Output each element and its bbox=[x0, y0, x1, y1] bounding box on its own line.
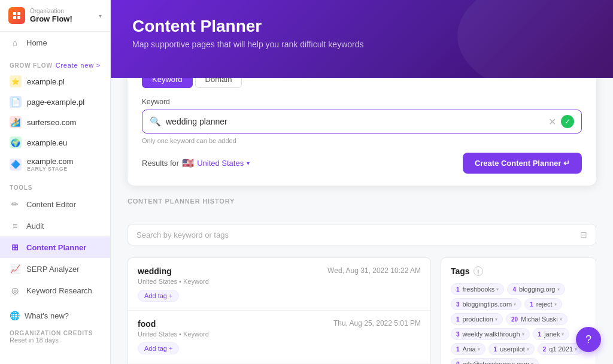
pencil-icon: ✏ bbox=[10, 199, 20, 210]
keyword-label: Keyword bbox=[142, 98, 582, 106]
grow-flow-label: GROW FLOW bbox=[10, 62, 53, 69]
tag-item-7[interactable]: 1janek▾ bbox=[533, 328, 570, 340]
flow-item-3[interactable]: 🌍 example.eu bbox=[0, 132, 110, 153]
history-section: CONTENT PLANNER HISTORY bbox=[111, 198, 613, 224]
history-list: wedding Wed, Aug 31, 2022 10:22 AM Unite… bbox=[128, 257, 431, 364]
org-icon bbox=[8, 7, 25, 24]
tag-chevron-5: ▾ bbox=[560, 317, 562, 322]
help-button[interactable]: ? bbox=[576, 327, 601, 352]
tag-item-4[interactable]: 1production▾ bbox=[451, 313, 503, 325]
home-icon: ⌂ bbox=[10, 37, 20, 48]
tag-chevron-1: ▾ bbox=[557, 287, 560, 292]
audit-icon: ≡ bbox=[10, 220, 20, 231]
tag-label-7: janek bbox=[544, 330, 560, 338]
tag-item-5[interactable]: 20Michał Suski▾ bbox=[506, 313, 568, 325]
svg-rect-0 bbox=[13, 12, 16, 15]
tag-count-7: 1 bbox=[538, 331, 542, 338]
create-new-link[interactable]: Create new > bbox=[56, 62, 101, 69]
tag-item-1[interactable]: 4blogging.org▾ bbox=[507, 283, 565, 295]
tab-keyword[interactable]: Keyword bbox=[142, 78, 193, 88]
tag-item-2[interactable]: 3bloggingtips.com▾ bbox=[451, 298, 521, 310]
tag-chevron-0: ▾ bbox=[496, 287, 499, 292]
org-header[interactable]: Organization Grow Flow! ▾ bbox=[0, 0, 110, 32]
page-content: Keyword Domain Keyword 🔍 ✕ ✓ Only one ke… bbox=[111, 78, 613, 364]
dropdown-chevron-icon: ▾ bbox=[247, 160, 250, 166]
tag-chevron-8: ▾ bbox=[478, 347, 480, 352]
add-tag-button-1[interactable]: Add tag + bbox=[138, 342, 179, 354]
sidebar-item-content-planner[interactable]: ⊞ Content Planner bbox=[0, 236, 110, 258]
whats-new-item[interactable]: 🌐 What's new? bbox=[0, 306, 110, 325]
history-item-1-name[interactable]: food bbox=[138, 319, 156, 329]
history-item-0-name[interactable]: wedding bbox=[138, 266, 172, 276]
main-cols: wedding Wed, Aug 31, 2022 10:22 AM Unite… bbox=[111, 257, 613, 364]
flow-icon-2: 🏄 bbox=[10, 116, 22, 128]
history-search-wrap: Search by keyword or tags ⊟ bbox=[111, 224, 613, 257]
history-label: CONTENT PLANNER HISTORY bbox=[128, 198, 596, 205]
tag-label-4: production bbox=[463, 316, 493, 323]
tag-label-11: mls@strawhomes.com bbox=[463, 360, 529, 364]
search-footer: Results for 🇺🇸 United States ▾ Create Co… bbox=[142, 153, 582, 174]
flow-text-4: example.com EARLY STAGE bbox=[27, 157, 73, 172]
tag-label-9: userpilot bbox=[500, 345, 525, 353]
keyword-input[interactable] bbox=[166, 117, 544, 126]
check-icon: ✓ bbox=[561, 115, 574, 128]
sidebar-item-home[interactable]: ⌂ Home bbox=[0, 32, 110, 53]
sidebar-item-content-editor[interactable]: ✏ Content Editor bbox=[0, 193, 110, 215]
history-search-bar[interactable]: Search by keyword or tags ⊟ bbox=[128, 224, 596, 245]
tag-chevron-4: ▾ bbox=[495, 317, 497, 322]
flow-name-0: example.pl bbox=[27, 77, 65, 86]
flow-item-0[interactable]: ⭐ example.pl bbox=[0, 71, 110, 92]
tool-label-serp-analyzer: SERP Analyzer bbox=[26, 265, 80, 274]
tag-count-3: 1 bbox=[530, 301, 533, 308]
search-magnifier-icon: 🔍 bbox=[150, 116, 161, 127]
flow-icon-4: 🔷 bbox=[10, 159, 22, 171]
svg-rect-3 bbox=[17, 16, 20, 19]
tag-count-4: 1 bbox=[456, 316, 460, 323]
tag-count-10: 2 bbox=[543, 346, 547, 353]
tag-item-6[interactable]: 3weekly walkthrough▾ bbox=[451, 328, 530, 340]
search-hint: Only one keyword can be added bbox=[142, 137, 582, 144]
flow-item-1[interactable]: 📄 page-example.pl bbox=[0, 92, 110, 112]
flow-item-4[interactable]: 🔷 example.com EARLY STAGE bbox=[0, 153, 110, 176]
tag-chevron-7: ▾ bbox=[562, 332, 564, 337]
tag-item-10[interactable]: 2q1 2021▾ bbox=[538, 343, 582, 355]
flow-icon-0: ⭐ bbox=[10, 75, 22, 87]
results-for[interactable]: Results for 🇺🇸 United States ▾ bbox=[142, 157, 250, 169]
tag-item-9[interactable]: 1userpilot▾ bbox=[488, 343, 535, 355]
history-item-1-date: Thu, Aug 25, 2022 5:01 PM bbox=[333, 319, 421, 327]
whats-new-label: What's new? bbox=[25, 311, 69, 320]
flow-name-3: example.eu bbox=[27, 138, 67, 147]
tag-label-3: reject bbox=[536, 301, 553, 308]
tags-title-label: Tags bbox=[451, 266, 470, 276]
history-item-1-top: food Thu, Aug 25, 2022 5:01 PM bbox=[138, 319, 421, 329]
sidebar-item-keyword-research[interactable]: ◎ Keyword Research bbox=[0, 280, 110, 301]
tag-item-0[interactable]: 1freshbooks▾ bbox=[451, 283, 504, 295]
tag-item-11[interactable]: 0mls@strawhomes.com▾ bbox=[451, 358, 539, 364]
credits-sub: Reset in 18 days bbox=[10, 336, 101, 344]
sidebar-item-serp-analyzer[interactable]: 📈 SERP Analyzer bbox=[0, 258, 110, 280]
add-tag-label-1: Add tag + bbox=[144, 345, 172, 352]
add-tag-button-0[interactable]: Add tag + bbox=[138, 290, 179, 302]
info-icon: i bbox=[474, 266, 483, 276]
flow-item-2[interactable]: 🏄 surferseo.com bbox=[0, 112, 110, 132]
create-content-planner-button[interactable]: Create Content Planner ↵ bbox=[463, 153, 582, 174]
history-item-1: food Thu, Aug 25, 2022 5:01 PM United St… bbox=[128, 311, 430, 363]
svg-rect-1 bbox=[17, 12, 20, 15]
main-content: Content Planner Map supportive pages tha… bbox=[111, 0, 613, 364]
tag-chevron-3: ▾ bbox=[554, 302, 557, 307]
country-name: United States bbox=[197, 159, 244, 168]
sidebar-item-audit[interactable]: ≡ Audit bbox=[0, 215, 110, 236]
tab-domain[interactable]: Domain bbox=[195, 78, 242, 88]
tag-label-2: bloggingtips.com bbox=[463, 301, 512, 308]
page-header: Content Planner Map supportive pages tha… bbox=[111, 0, 613, 78]
tag-item-3[interactable]: 1reject▾ bbox=[524, 298, 562, 310]
clear-icon[interactable]: ✕ bbox=[548, 116, 556, 128]
flow-name-2: surferseo.com bbox=[27, 118, 76, 127]
page-title: Content Planner bbox=[132, 17, 591, 36]
tag-label-8: Ania bbox=[463, 345, 476, 353]
grow-flow-section: GROW FLOW Create new > bbox=[0, 53, 110, 71]
tag-label-0: freshbooks bbox=[463, 286, 495, 293]
search-card: Keyword Domain Keyword 🔍 ✕ ✓ Only one ke… bbox=[128, 78, 596, 186]
home-label: Home bbox=[26, 38, 47, 47]
tag-item-8[interactable]: 1Ania▾ bbox=[451, 343, 485, 355]
